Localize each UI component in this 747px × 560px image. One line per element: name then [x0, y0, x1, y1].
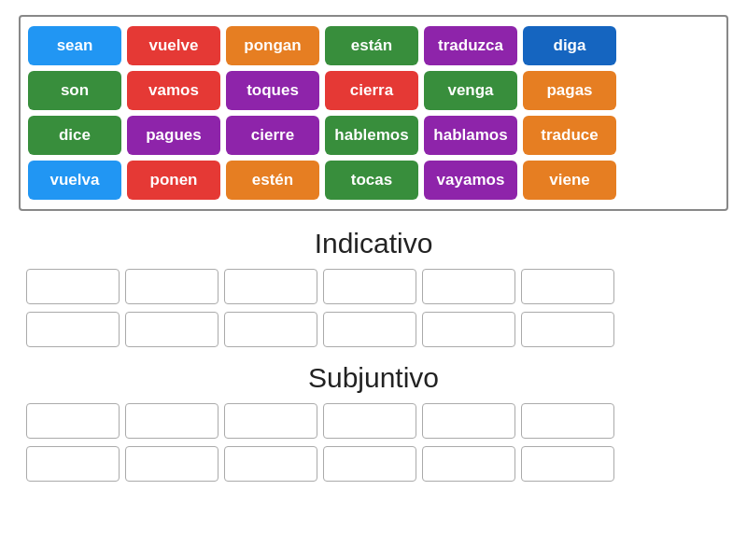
tile-pagas[interactable]: pagas — [523, 71, 616, 110]
subjuntivo-grid-cell-0-4[interactable] — [422, 403, 515, 439]
tile-vuelve[interactable]: vuelve — [127, 26, 220, 65]
tile-son[interactable]: son — [28, 71, 121, 110]
indicativo-grid-cell-0-3[interactable] — [323, 269, 416, 304]
tile-cierra[interactable]: cierra — [325, 71, 418, 110]
tile-pongan[interactable]: pongan — [226, 26, 319, 65]
tile-diga[interactable]: diga — [523, 26, 616, 65]
tile-traduzca[interactable]: traduzca — [424, 26, 517, 65]
tile-venga[interactable]: venga — [424, 71, 517, 110]
tile-row-2: sonvamostoquescierravengapagas — [28, 71, 719, 110]
tile-vuelva[interactable]: vuelva — [28, 161, 121, 200]
subjuntivo-title: Subjuntivo — [19, 362, 728, 394]
tile-row-4: vuelvaponenesténtocasvayamosviene — [28, 161, 719, 200]
tile-pagues[interactable]: pagues — [127, 116, 220, 155]
tile-tocas[interactable]: tocas — [325, 161, 418, 200]
subjuntivo-grid-cell-0-0[interactable] — [26, 403, 120, 439]
subjuntivo-grid — [19, 403, 728, 482]
indicativo-grid-cell-0-1[interactable] — [125, 269, 218, 304]
subjuntivo-section: Subjuntivo — [19, 362, 728, 482]
indicativo-grid-cell-0-4[interactable] — [422, 269, 515, 304]
tile-hablamos[interactable]: hablamos — [424, 116, 517, 155]
tile-ponen[interactable]: ponen — [127, 161, 220, 200]
tile-row-1: seanvuelveponganestántraduzcadiga — [28, 26, 719, 65]
tile-dice[interactable]: dice — [28, 116, 121, 155]
indicativo-grid-cell-1-1[interactable] — [125, 312, 218, 347]
tile-toques[interactable]: toques — [226, 71, 319, 110]
subjuntivo-grid-cell-0-2[interactable] — [224, 403, 317, 439]
indicativo-title: Indicativo — [19, 228, 728, 259]
tile-estén[interactable]: estén — [226, 161, 319, 200]
subjuntivo-grid-row-1 — [19, 403, 728, 439]
tile-cierre[interactable]: cierre — [226, 116, 319, 155]
tile-vayamos[interactable]: vayamos — [424, 161, 517, 200]
indicativo-section: Indicativo — [19, 228, 728, 347]
indicativo-grid-cell-0-5[interactable] — [521, 269, 614, 304]
indicativo-grid — [19, 269, 728, 347]
subjuntivo-grid-cell-1-1[interactable] — [125, 446, 218, 482]
indicativo-grid-row-1 — [19, 269, 728, 304]
subjuntivo-grid-cell-0-3[interactable] — [323, 403, 416, 439]
tile-vamos[interactable]: vamos — [127, 71, 220, 110]
indicativo-grid-row-2 — [19, 312, 728, 347]
tiles-area: seanvuelveponganestántraduzcadiga sonvam… — [19, 15, 728, 211]
tile-están[interactable]: están — [325, 26, 418, 65]
subjuntivo-grid-cell-0-1[interactable] — [125, 403, 218, 439]
indicativo-grid-cell-1-4[interactable] — [422, 312, 515, 347]
subjuntivo-grid-cell-1-5[interactable] — [521, 446, 614, 482]
tile-hablemos[interactable]: hablemos — [325, 116, 418, 155]
indicativo-grid-cell-1-2[interactable] — [224, 312, 317, 347]
indicativo-grid-cell-1-0[interactable] — [26, 312, 120, 347]
subjuntivo-grid-row-2 — [19, 446, 728, 482]
tile-sean[interactable]: sean — [28, 26, 121, 65]
subjuntivo-grid-cell-1-2[interactable] — [224, 446, 317, 482]
tile-traduce[interactable]: traduce — [523, 116, 616, 155]
subjuntivo-grid-cell-0-5[interactable] — [521, 403, 614, 439]
indicativo-grid-cell-1-3[interactable] — [323, 312, 416, 347]
tile-row-3: dicepaguescierrehablemoshablamostraduce — [28, 116, 719, 155]
tile-viene[interactable]: viene — [523, 161, 616, 200]
indicativo-grid-cell-0-0[interactable] — [26, 269, 120, 304]
subjuntivo-grid-cell-1-0[interactable] — [26, 446, 120, 482]
indicativo-grid-cell-1-5[interactable] — [521, 312, 614, 347]
indicativo-grid-cell-0-2[interactable] — [224, 269, 317, 304]
subjuntivo-grid-cell-1-3[interactable] — [323, 446, 416, 482]
subjuntivo-grid-cell-1-4[interactable] — [422, 446, 515, 482]
main-container: seanvuelveponganestántraduzcadiga sonvam… — [0, 0, 747, 511]
